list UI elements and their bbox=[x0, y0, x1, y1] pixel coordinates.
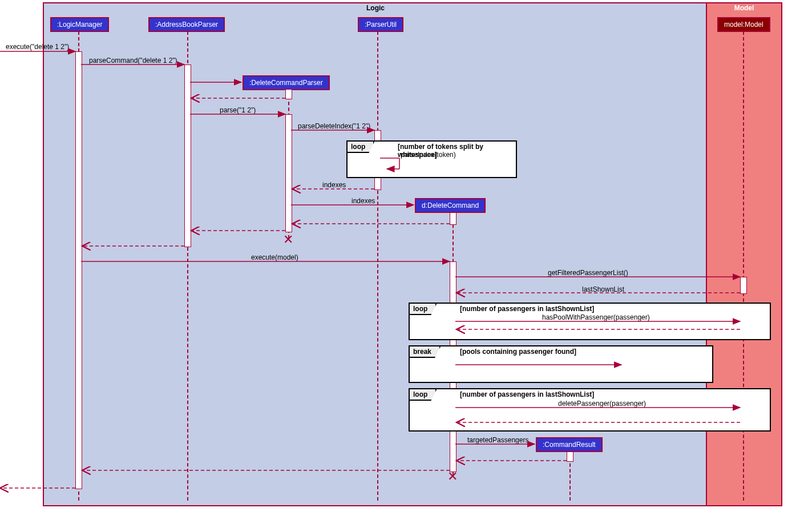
loop-parse-tokens: loop [number of tokens split by whitespa… bbox=[346, 140, 517, 178]
break1-guard: [pools containing passenger found] bbox=[460, 348, 576, 356]
sequence-diagram: Logic Model :LogicManager :AddressBookPa… bbox=[0, 0, 812, 516]
participant-command-result: :CommandResult bbox=[536, 437, 603, 452]
msg-execute: execute("delete 1 2") bbox=[6, 43, 69, 51]
activation-dcp-2 bbox=[285, 114, 292, 232]
loop3-label: loop bbox=[410, 389, 437, 401]
msg-delete-passenger: deletePassenger(passenger) bbox=[558, 400, 646, 408]
loop2-guard: [number of passengers in lastShownList] bbox=[460, 305, 594, 313]
model-frame-label: Model bbox=[730, 3, 759, 13]
msg-indexes-1: indexes bbox=[322, 181, 346, 189]
activation-abp bbox=[184, 64, 191, 247]
msg-get-filtered: getFilteredPassengerList() bbox=[548, 269, 628, 277]
msg-parse-command: parseCommand("delete 1 2") bbox=[89, 57, 177, 64]
participant-parser-util: :ParserUtil bbox=[358, 17, 403, 32]
msg-parse-index: parseIndex(token) bbox=[401, 151, 456, 159]
activation-logic-manager bbox=[75, 51, 82, 489]
msg-parse: parse("1 2") bbox=[220, 106, 256, 114]
logic-frame-label: Logic bbox=[362, 3, 389, 13]
activation-dc-1 bbox=[450, 212, 457, 225]
participant-delete-command: d:DeleteCommand bbox=[415, 198, 486, 213]
msg-has-pool: hasPoolWithPassenger(passenger) bbox=[542, 313, 650, 321]
msg-parse-delete-index: parseDeleteIndex("1 2") bbox=[298, 122, 370, 130]
msg-indexes-2: indexes bbox=[352, 197, 375, 205]
msg-execute-model: execute(model) bbox=[251, 253, 298, 261]
loop2-label: loop bbox=[410, 304, 437, 315]
lifeline-parser-util bbox=[377, 31, 378, 501]
activation-dcp-1 bbox=[285, 89, 292, 99]
loop-has-pool: loop [number of passengers in lastShownL… bbox=[409, 303, 771, 340]
break-pool-found: break [pools containing passenger found] bbox=[409, 345, 713, 383]
participant-model: model:Model bbox=[717, 17, 770, 32]
loop1-label: loop bbox=[348, 142, 374, 153]
destroy-delete-command-parser: ✕ bbox=[282, 234, 294, 245]
loop-delete-passengers: loop [number of passengers in lastShownL… bbox=[409, 388, 771, 432]
activation-cr bbox=[567, 452, 573, 462]
activation-model-1 bbox=[740, 277, 747, 294]
destroy-delete-command: ✕ bbox=[447, 471, 458, 482]
participant-delete-command-parser: :DeleteCommandParser bbox=[243, 75, 330, 90]
participant-address-book-parser: :AddressBookParser bbox=[148, 17, 225, 32]
loop3-guard: [number of passengers in lastShownList] bbox=[460, 390, 594, 398]
msg-targeted-passengers: targetedPassengers bbox=[467, 436, 528, 444]
msg-last-shown: lastShownList bbox=[582, 285, 624, 293]
break1-label: break bbox=[410, 346, 441, 358]
participant-logic-manager: :LogicManager bbox=[50, 17, 109, 32]
